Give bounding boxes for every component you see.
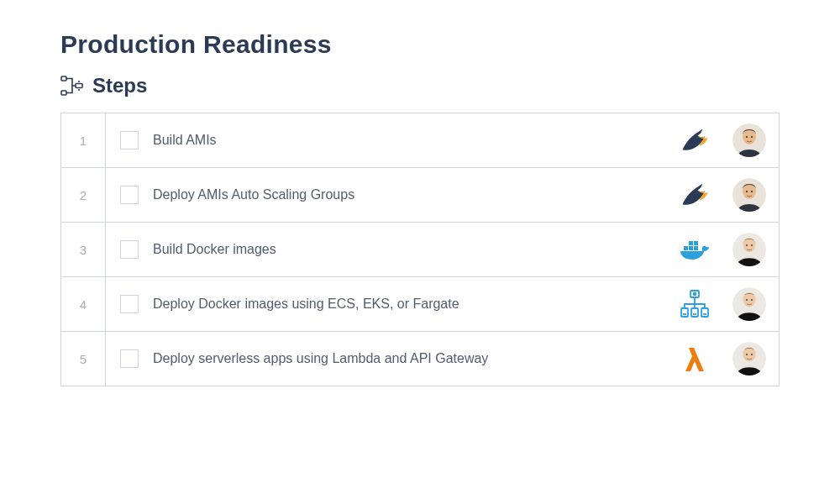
- avatar[interactable]: [720, 178, 779, 212]
- step-tech-icon: [669, 181, 720, 209]
- table-row: 5 Deploy serverless apps using Lambda an…: [61, 332, 779, 386]
- avatar[interactable]: [720, 287, 779, 321]
- step-checkbox[interactable]: [120, 295, 139, 313]
- step-number: 3: [61, 223, 106, 276]
- page-title: Production Readiness: [60, 30, 780, 59]
- step-checkbox-cell: [106, 186, 153, 204]
- table-row: 1 Build AMIs: [61, 113, 779, 168]
- step-checkbox-cell: [106, 131, 153, 150]
- steps-heading: Steps: [92, 74, 147, 97]
- step-number: 1: [61, 113, 106, 167]
- step-checkbox[interactable]: [120, 349, 139, 368]
- step-number: 5: [61, 332, 106, 386]
- table-row: 4 Deploy Docker images using ECS, EKS, o…: [61, 277, 779, 332]
- avatar[interactable]: [720, 233, 779, 266]
- step-tech-icon: [669, 235, 720, 264]
- workflow-icon: [60, 76, 84, 96]
- step-checkbox[interactable]: [120, 186, 139, 204]
- step-checkbox-cell: [106, 240, 153, 259]
- table-row: 2 Deploy AMIs Auto Scaling Groups: [61, 168, 779, 223]
- step-label[interactable]: Deploy serverless apps using Lambda and …: [153, 351, 669, 366]
- step-checkbox[interactable]: [120, 240, 139, 259]
- step-checkbox-cell: [106, 295, 153, 313]
- avatar[interactable]: [720, 342, 779, 375]
- step-tech-icon: [669, 290, 720, 318]
- step-label[interactable]: Build AMIs: [153, 133, 669, 148]
- step-tech-icon: [669, 126, 720, 155]
- table-row: 3 Build Docker images: [61, 223, 779, 277]
- step-checkbox[interactable]: [120, 131, 139, 150]
- step-label[interactable]: Deploy Docker images using ECS, EKS, or …: [153, 297, 669, 312]
- steps-table: 1 Build AMIs 2 Deploy AMIs Auto Scaling …: [60, 113, 780, 386]
- svg-rect-2: [76, 84, 82, 88]
- step-checkbox-cell: [106, 349, 153, 368]
- step-number: 4: [61, 277, 106, 331]
- step-label[interactable]: Deploy AMIs Auto Scaling Groups: [153, 187, 669, 202]
- avatar[interactable]: [720, 123, 779, 157]
- step-tech-icon: [669, 344, 720, 373]
- svg-rect-0: [61, 76, 66, 81]
- svg-rect-1: [61, 91, 66, 95]
- step-number: 2: [61, 168, 106, 222]
- steps-heading-row: Steps: [60, 74, 780, 97]
- step-label[interactable]: Build Docker images: [153, 242, 669, 257]
